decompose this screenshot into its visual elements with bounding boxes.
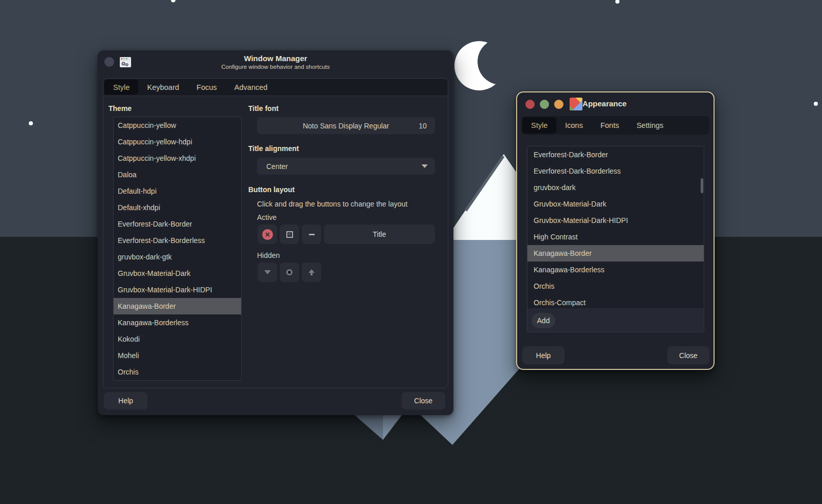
- maximize-icon: [286, 231, 293, 238]
- button-layout-label: Button layout: [248, 185, 295, 194]
- wm-tab[interactable]: Focus: [188, 80, 226, 95]
- wm-theme-list-item[interactable]: Catppuccin-yellow: [114, 117, 241, 134]
- window-subtitle: Configure window behavior and shortcuts: [98, 64, 453, 70]
- wm-theme-list-item[interactable]: Everforest-Dark-Border: [114, 216, 241, 232]
- window-title: Window Manager: [98, 54, 453, 63]
- theme-section-label: Theme: [108, 104, 132, 113]
- chevron-down-icon: [422, 164, 428, 168]
- triangle-down-icon: [264, 270, 271, 274]
- wm-content-panel: Style Keyboard Focus Advanced Theme Catp…: [103, 78, 448, 388]
- wm-theme-list-item[interactable]: Default-xhdpi: [114, 199, 241, 216]
- wm-theme-list-item[interactable]: gruvbox-dark-gtk: [114, 249, 241, 265]
- list-footer: Add: [527, 308, 704, 332]
- wm-tab[interactable]: Style: [104, 80, 138, 95]
- appearance-tab-label: Icons: [565, 121, 583, 129]
- appearance-tab[interactable]: Settings: [628, 117, 672, 134]
- scrollbar-thumb[interactable]: [701, 178, 703, 193]
- traffic-light-close-button[interactable]: [525, 100, 535, 109]
- title-alignment-label: Title alignment: [248, 144, 299, 153]
- window-title: Appearance: [582, 99, 627, 108]
- window-manager-dialog: Window Manager Configure window behavior…: [98, 50, 453, 415]
- appearance-style-list-item[interactable]: Gruvbox-Material-Dark: [527, 196, 704, 212]
- appearance-style-list-item[interactable]: gruvbox-dark: [527, 179, 704, 196]
- moon-cutout: [478, 39, 524, 85]
- appearance-tabstrip: Style Icons Fonts Settings: [521, 116, 709, 135]
- wm-theme-list-item[interactable]: Gruvbox-Material-Dark-HIDPI: [114, 282, 241, 298]
- appearance-tab[interactable]: Fonts: [592, 117, 628, 134]
- appearance-dialog: Appearance Style Icons Fonts Settings Ev…: [516, 91, 715, 370]
- wm-theme-list-item[interactable]: Catppuccin-yellow-xhdpi: [114, 150, 241, 166]
- active-row-label: Active: [257, 213, 277, 221]
- wm-tab[interactable]: Advanced: [226, 80, 277, 95]
- layout-minimize-button[interactable]: [302, 225, 321, 244]
- layout-title-button[interactable]: Title: [324, 225, 435, 244]
- button-layout-hint: Click and drag the buttons to change the…: [257, 200, 408, 208]
- desktop: Window Manager Configure window behavior…: [0, 0, 822, 504]
- title-font-size: 10: [418, 117, 427, 134]
- layout-maximize-button[interactable]: [280, 225, 299, 244]
- hidden-button-row: [258, 263, 321, 282]
- wm-theme-list-item[interactable]: Gruvbox-Material-Dark: [114, 265, 241, 282]
- arrow-up-icon: [308, 269, 315, 275]
- layout-shade-button[interactable]: [258, 263, 277, 282]
- layout-close-button[interactable]: [258, 225, 277, 244]
- hidden-row-label: Hidden: [257, 251, 280, 259]
- wm-tab-label: Keyboard: [147, 83, 179, 91]
- traffic-light-minimize-button[interactable]: [554, 100, 563, 109]
- wm-theme-list-item[interactable]: Moheli: [114, 347, 241, 364]
- wm-theme-list-item[interactable]: Kanagawa-Border: [114, 298, 241, 314]
- wm-theme-list-item[interactable]: Daloa: [114, 166, 241, 183]
- appearance-style-list-item[interactable]: Everforest-Dark-Borderless: [527, 163, 704, 179]
- appearance-tab-label: Fonts: [600, 121, 619, 129]
- window-manager-header: Window Manager Configure window behavior…: [98, 50, 453, 78]
- title-alignment-value: Center: [266, 162, 288, 171]
- appearance-style-list-item[interactable]: Kanagawa-Borderless: [527, 262, 704, 278]
- wm-tabstrip: Style Keyboard Focus Advanced: [103, 79, 448, 96]
- title-font-label: Title font: [248, 104, 279, 113]
- ring-icon: [286, 269, 293, 275]
- add-theme-button[interactable]: Add: [532, 313, 555, 328]
- layout-fill-button[interactable]: [302, 263, 321, 282]
- wm-theme-list-item[interactable]: Kokodi: [114, 331, 241, 347]
- wm-tab-label: Style: [113, 83, 130, 91]
- appearance-app-icon: [570, 98, 582, 110]
- wm-theme-list-item[interactable]: Catppuccin-yellow-hdpi: [114, 134, 241, 150]
- appearance-tab[interactable]: Style: [522, 117, 556, 134]
- title-font-name: Noto Sans Display Regular: [303, 122, 389, 130]
- wm-theme-list-item[interactable]: Kanagawa-Borderless: [114, 314, 241, 331]
- appearance-tab-label: Settings: [636, 121, 663, 129]
- appearance-tab[interactable]: Icons: [556, 117, 592, 134]
- wm-tab-label: Focus: [196, 83, 217, 91]
- close-icon: [262, 229, 273, 240]
- star-icon: [814, 102, 818, 106]
- appearance-style-list[interactable]: Everforest-Dark-BorderEverforest-Dark-Bo…: [527, 146, 704, 308]
- star-icon: [29, 121, 33, 125]
- appearance-style-list-item[interactable]: Gruvbox-Material-Dark-HIDPI: [527, 212, 704, 229]
- layout-stick-button[interactable]: [280, 263, 299, 282]
- wm-theme-list-item[interactable]: Orchis: [114, 364, 241, 380]
- appearance-style-list-item[interactable]: High Contrast: [527, 229, 704, 245]
- title-alignment-dropdown[interactable]: Center: [257, 158, 435, 175]
- appearance-close-button[interactable]: Close: [667, 346, 709, 364]
- wm-theme-list-item[interactable]: Everforest-Dark-Borderless: [114, 232, 241, 249]
- appearance-help-button[interactable]: Help: [522, 346, 564, 364]
- wm-close-button[interactable]: Close: [401, 392, 445, 409]
- wm-help-button[interactable]: Help: [104, 392, 148, 409]
- layout-title-label: Title: [373, 230, 386, 238]
- title-font-button[interactable]: Noto Sans Display Regular 10: [257, 117, 435, 134]
- appearance-style-list-item[interactable]: Kanagawa-Border: [527, 245, 704, 262]
- active-button-row: Title: [258, 225, 435, 244]
- wm-theme-list[interactable]: Catppuccin-yellowCatppuccin-yellow-hdpiC…: [113, 117, 242, 381]
- appearance-style-list-item[interactable]: Orchis: [527, 278, 704, 294]
- traffic-light-maximize-button[interactable]: [540, 100, 549, 109]
- appearance-tab-label: Style: [531, 121, 547, 129]
- appearance-style-listbox: Everforest-Dark-BorderEverforest-Dark-Bo…: [527, 146, 704, 332]
- wm-theme-list-item[interactable]: Default-hdpi: [114, 183, 241, 199]
- wm-tab[interactable]: Keyboard: [138, 80, 188, 95]
- appearance-style-list-item[interactable]: Everforest-Dark-Border: [527, 146, 704, 163]
- minimize-icon: [309, 234, 315, 235]
- wm-tab-label: Advanced: [234, 83, 268, 91]
- appearance-style-list-item[interactable]: Orchis-Compact: [527, 294, 704, 308]
